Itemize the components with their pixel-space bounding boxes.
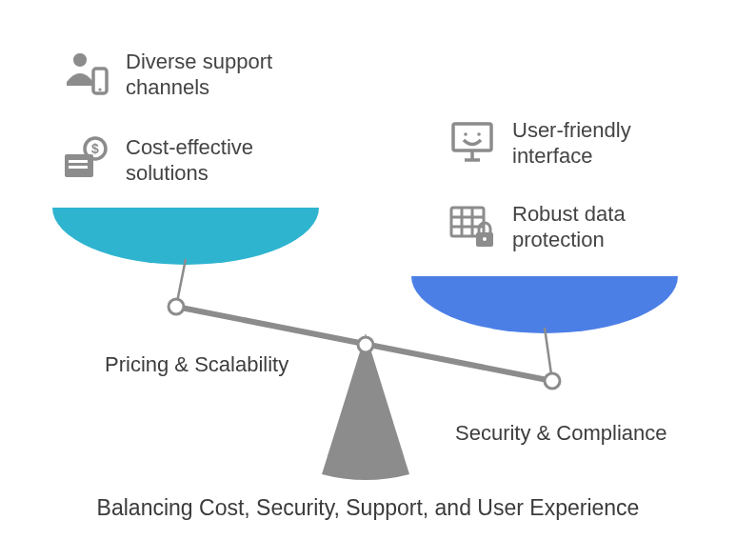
left-item-1: Diverse support channels xyxy=(59,48,316,101)
svg-point-20 xyxy=(483,237,487,241)
left-item-1-label: Diverse support channels xyxy=(126,49,316,101)
svg-rect-9 xyxy=(453,124,491,150)
svg-point-12 xyxy=(464,132,467,136)
left-pan-shape xyxy=(52,208,319,265)
right-item-1: User-friendly interface xyxy=(446,116,703,170)
right-pan xyxy=(411,276,678,343)
monitor-smile-icon xyxy=(446,116,499,170)
wallet-dollar-icon: $ xyxy=(59,133,112,187)
svg-point-13 xyxy=(477,132,481,136)
right-item-1-label: User-friendly interface xyxy=(512,117,703,170)
svg-rect-5 xyxy=(69,160,88,163)
svg-point-2 xyxy=(98,88,101,90)
right-item-2: Robust data protection xyxy=(446,200,703,253)
svg-point-24 xyxy=(169,299,184,314)
left-pan xyxy=(52,208,319,274)
left-item-2: $ Cost-effective solutions xyxy=(59,133,316,187)
left-item-2-label: Cost-effective solutions xyxy=(126,134,316,187)
person-phone-icon xyxy=(59,48,112,101)
right-label: Security & Compliance xyxy=(455,421,667,446)
left-label: Pricing & Scalability xyxy=(105,352,288,377)
data-lock-icon xyxy=(446,200,499,253)
svg-text:$: $ xyxy=(91,141,99,156)
caption: Balancing Cost, Security, Support, and U… xyxy=(0,495,736,521)
right-item-2-label: Robust data protection xyxy=(512,201,703,253)
right-pan-shape xyxy=(411,276,678,333)
svg-point-25 xyxy=(545,373,560,389)
svg-point-26 xyxy=(358,337,373,352)
svg-rect-6 xyxy=(69,166,88,169)
